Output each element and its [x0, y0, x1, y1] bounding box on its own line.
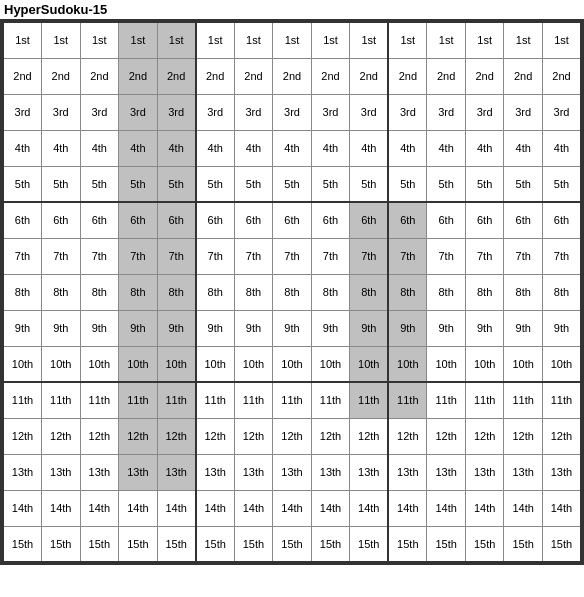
grid-cell[interactable]: 1st: [80, 22, 119, 58]
grid-cell[interactable]: 6th: [196, 202, 235, 238]
grid-cell[interactable]: 1st: [42, 22, 81, 58]
grid-cell[interactable]: 9th: [350, 310, 389, 346]
grid-cell[interactable]: 8th: [504, 274, 543, 310]
grid-cell[interactable]: 14th: [542, 490, 581, 526]
grid-cell[interactable]: 10th: [196, 346, 235, 382]
grid-cell[interactable]: 4th: [234, 130, 273, 166]
grid-cell[interactable]: 11th: [504, 382, 543, 418]
grid-cell[interactable]: 12th: [465, 418, 504, 454]
grid-cell[interactable]: 13th: [465, 454, 504, 490]
grid-cell[interactable]: 14th: [427, 490, 466, 526]
grid-cell[interactable]: 15th: [234, 526, 273, 562]
grid-cell[interactable]: 9th: [157, 310, 196, 346]
grid-cell[interactable]: 12th: [542, 418, 581, 454]
grid-cell[interactable]: 8th: [350, 274, 389, 310]
grid-cell[interactable]: 15th: [3, 526, 42, 562]
grid-cell[interactable]: 3rd: [196, 94, 235, 130]
grid-cell[interactable]: 10th: [542, 346, 581, 382]
grid-cell[interactable]: 5th: [234, 166, 273, 202]
grid-cell[interactable]: 4th: [80, 130, 119, 166]
grid-cell[interactable]: 11th: [465, 382, 504, 418]
grid-cell[interactable]: 2nd: [119, 58, 158, 94]
grid-cell[interactable]: 15th: [157, 526, 196, 562]
grid-cell[interactable]: 5th: [80, 166, 119, 202]
grid-cell[interactable]: 8th: [119, 274, 158, 310]
grid-cell[interactable]: 3rd: [504, 94, 543, 130]
grid-cell[interactable]: 15th: [119, 526, 158, 562]
grid-cell[interactable]: 14th: [3, 490, 42, 526]
grid-cell[interactable]: 10th: [80, 346, 119, 382]
grid-cell[interactable]: 6th: [427, 202, 466, 238]
grid-cell[interactable]: 3rd: [273, 94, 312, 130]
grid-cell[interactable]: 11th: [427, 382, 466, 418]
grid-cell[interactable]: 5th: [311, 166, 350, 202]
grid-cell[interactable]: 15th: [465, 526, 504, 562]
grid-cell[interactable]: 7th: [350, 238, 389, 274]
grid-cell[interactable]: 2nd: [504, 58, 543, 94]
grid-cell[interactable]: 5th: [388, 166, 427, 202]
grid-cell[interactable]: 11th: [80, 382, 119, 418]
grid-cell[interactable]: 5th: [157, 166, 196, 202]
grid-cell[interactable]: 14th: [80, 490, 119, 526]
grid-cell[interactable]: 2nd: [157, 58, 196, 94]
grid-cell[interactable]: 1st: [350, 22, 389, 58]
grid-cell[interactable]: 10th: [465, 346, 504, 382]
grid-cell[interactable]: 13th: [542, 454, 581, 490]
grid-cell[interactable]: 6th: [119, 202, 158, 238]
grid-cell[interactable]: 3rd: [42, 94, 81, 130]
grid-cell[interactable]: 4th: [3, 130, 42, 166]
grid-cell[interactable]: 10th: [388, 346, 427, 382]
grid-cell[interactable]: 9th: [388, 310, 427, 346]
grid-cell[interactable]: 3rd: [80, 94, 119, 130]
grid-cell[interactable]: 15th: [273, 526, 312, 562]
grid-cell[interactable]: 13th: [311, 454, 350, 490]
grid-cell[interactable]: 1st: [542, 22, 581, 58]
grid-cell[interactable]: 9th: [311, 310, 350, 346]
grid-cell[interactable]: 13th: [3, 454, 42, 490]
grid-cell[interactable]: 11th: [234, 382, 273, 418]
grid-cell[interactable]: 12th: [427, 418, 466, 454]
grid-cell[interactable]: 1st: [196, 22, 235, 58]
grid-cell[interactable]: 9th: [234, 310, 273, 346]
grid-cell[interactable]: 13th: [273, 454, 312, 490]
grid-cell[interactable]: 6th: [504, 202, 543, 238]
grid-cell[interactable]: 3rd: [427, 94, 466, 130]
grid-cell[interactable]: 14th: [350, 490, 389, 526]
grid-cell[interactable]: 9th: [119, 310, 158, 346]
grid-cell[interactable]: 2nd: [273, 58, 312, 94]
grid-cell[interactable]: 5th: [504, 166, 543, 202]
grid-cell[interactable]: 5th: [350, 166, 389, 202]
grid-cell[interactable]: 12th: [196, 418, 235, 454]
grid-cell[interactable]: 10th: [350, 346, 389, 382]
grid-cell[interactable]: 1st: [3, 22, 42, 58]
grid-cell[interactable]: 6th: [311, 202, 350, 238]
grid-cell[interactable]: 1st: [119, 22, 158, 58]
grid-cell[interactable]: 9th: [3, 310, 42, 346]
grid-cell[interactable]: 8th: [311, 274, 350, 310]
grid-cell[interactable]: 7th: [80, 238, 119, 274]
grid-cell[interactable]: 4th: [504, 130, 543, 166]
grid-cell[interactable]: 8th: [80, 274, 119, 310]
grid-cell[interactable]: 1st: [273, 22, 312, 58]
grid-cell[interactable]: 5th: [119, 166, 158, 202]
grid-cell[interactable]: 3rd: [465, 94, 504, 130]
grid-cell[interactable]: 10th: [311, 346, 350, 382]
grid-cell[interactable]: 5th: [196, 166, 235, 202]
grid-cell[interactable]: 8th: [157, 274, 196, 310]
grid-cell[interactable]: 4th: [350, 130, 389, 166]
grid-cell[interactable]: 12th: [234, 418, 273, 454]
grid-cell[interactable]: 2nd: [542, 58, 581, 94]
grid-cell[interactable]: 13th: [196, 454, 235, 490]
grid-cell[interactable]: 3rd: [311, 94, 350, 130]
grid-cell[interactable]: 3rd: [3, 94, 42, 130]
grid-cell[interactable]: 13th: [504, 454, 543, 490]
grid-cell[interactable]: 10th: [3, 346, 42, 382]
grid-cell[interactable]: 2nd: [311, 58, 350, 94]
grid-cell[interactable]: 4th: [427, 130, 466, 166]
grid-cell[interactable]: 8th: [3, 274, 42, 310]
grid-cell[interactable]: 1st: [388, 22, 427, 58]
grid-cell[interactable]: 12th: [80, 418, 119, 454]
grid-cell[interactable]: 1st: [427, 22, 466, 58]
grid-cell[interactable]: 7th: [119, 238, 158, 274]
grid-cell[interactable]: 7th: [196, 238, 235, 274]
